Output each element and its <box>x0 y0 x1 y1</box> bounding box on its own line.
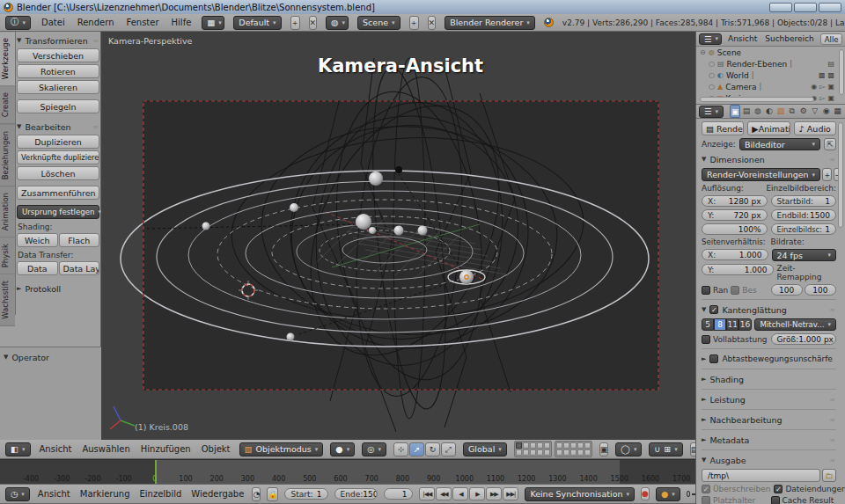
outliner-item-camera[interactable]: ○ ▲ Camera| ◉ ▻ ▣ <box>696 81 845 92</box>
play-icon[interactable]: ▶ <box>469 487 485 500</box>
cache-checkbox[interactable] <box>771 496 780 504</box>
editor-type-button[interactable]: ⓘ▾ <box>5 16 31 30</box>
tab-create[interactable]: Create <box>0 86 15 124</box>
aspect-y-field[interactable]: Y:1.000 <box>702 264 774 275</box>
output-path-field[interactable]: /tmp\ <box>702 469 820 482</box>
manipulator-toggle-icon[interactable]: ⊹ <box>393 442 408 457</box>
menu-fenster[interactable]: Fenster <box>124 18 160 27</box>
timeline-canvas[interactable]: -400-300-200-100010020030040050060070080… <box>0 459 695 484</box>
data-button[interactable]: Data <box>17 261 58 275</box>
renderability-camera-icon[interactable]: ▣ <box>827 94 834 102</box>
spiegeln-button[interactable]: Spiegeln <box>17 99 99 113</box>
add-scene-button[interactable]: ＋ <box>409 16 419 30</box>
metadata-section-header[interactable]: ►Metadata≡ <box>702 434 836 446</box>
panel-protokoll-header[interactable]: ►Protokoll <box>17 282 99 295</box>
render-preset-select[interactable]: Render-Voreinstellungen▾ <box>702 168 820 181</box>
add-layout-button[interactable]: ＋ <box>290 16 300 30</box>
expander-icon[interactable]: ⊖ <box>700 48 706 56</box>
add-preset-button[interactable]: ＋ <box>822 168 832 181</box>
properties-editor-type-button[interactable]: ☰▾ <box>699 106 724 118</box>
preview-range-icon[interactable]: ◔ <box>252 487 261 501</box>
scene-tab-icon[interactable]: ◍ <box>753 105 763 118</box>
jump-end-icon[interactable]: ▶▶| <box>503 487 518 500</box>
selectability-arrow-icon[interactable]: ▻ <box>819 94 825 102</box>
translate-manipulator-icon[interactable]: ↗ <box>409 442 424 457</box>
outliner-menu-suchbereich[interactable]: Suchbereich <box>763 34 816 43</box>
duplizieren-button[interactable]: Duplizieren <box>17 135 99 149</box>
aa-16-button[interactable]: 16 <box>738 318 751 331</box>
motionblur-checkbox[interactable] <box>709 354 718 363</box>
resolution-percentage-slider[interactable]: 100% <box>702 223 768 235</box>
outliner-filter-select[interactable]: Alle Szenen <box>820 33 842 45</box>
tl-menu-markierung[interactable]: Markierung <box>78 489 132 499</box>
prev-keyframe-icon[interactable]: ◀◀ <box>436 487 452 500</box>
maximize-button[interactable] <box>794 3 817 12</box>
skalieren-button[interactable]: Skalieren <box>17 80 99 94</box>
verknuepfte-duplizieren-button[interactable]: Verknüpfte duplizieren <box>17 150 99 164</box>
tl-menu-wiedergabe[interactable]: Wiedergabe <box>189 489 246 499</box>
tl-menu-ansicht[interactable]: Ansicht <box>36 489 72 499</box>
minimize-button[interactable] <box>769 3 792 12</box>
aa-5-button[interactable]: 5 <box>702 318 714 331</box>
viewport-editor-type-button[interactable]: ◧▾ <box>5 442 31 457</box>
screen-layout-icon[interactable]: ▦▾ <box>202 16 224 30</box>
fullsample-checkbox[interactable] <box>702 335 710 344</box>
aa-11-button[interactable]: 11 <box>726 318 738 331</box>
shading-section-header[interactable]: ►Shading <box>702 373 836 385</box>
outliner-menu-ansicht[interactable]: Ansicht <box>726 34 759 43</box>
aa-8-button[interactable]: 8 <box>714 318 726 331</box>
world-tab-icon[interactable]: ◐ <box>764 105 774 118</box>
extensions-checkbox[interactable]: ✓ <box>774 485 783 493</box>
loeschen-button[interactable]: Löschen <box>17 166 99 180</box>
scene-icon[interactable]: ◍▾ <box>326 16 349 30</box>
pivot-select[interactable]: ◎▾ <box>362 442 386 457</box>
modifiers-tab-icon[interactable]: ⚙ <box>798 105 808 118</box>
aa-filter-select[interactable]: Mitchell-Netrav...▾ <box>754 318 836 331</box>
object-tab-icon[interactable]: ▧ <box>775 105 785 118</box>
current-frame-field[interactable]: 1 <box>384 488 414 500</box>
panel-transformieren-header[interactable]: ▼Transformieren≡ <box>17 34 99 47</box>
shading-select[interactable]: ●▾ <box>330 442 355 457</box>
rotate-manipulator-icon[interactable]: ↻ <box>425 442 440 457</box>
context-animation-button[interactable]: ▶Animation <box>747 121 790 135</box>
nachbearbeitung-section-header[interactable]: ►Nachbearbeitung≡ <box>702 413 836 426</box>
layer-grid-1[interactable] <box>514 441 552 457</box>
end-frame-field[interactable]: Ende:1500 <box>334 488 378 500</box>
autokey-record-icon[interactable]: ● <box>641 487 650 500</box>
orientation-select[interactable]: Global▾ <box>463 442 507 457</box>
data-tab-icon[interactable]: ▽ <box>810 105 819 118</box>
new-window-icon[interactable]: ⇱ <box>824 138 836 150</box>
framerate-select[interactable]: 24 fps▾ <box>772 249 837 261</box>
expander-icon[interactable]: ○ <box>709 60 715 68</box>
viewport-canvas[interactable] <box>101 32 695 440</box>
visibility-eye-icon[interactable]: ◉ <box>811 83 817 91</box>
flach-button[interactable]: Flach <box>59 233 100 247</box>
mode-select[interactable]: ▧Objektmodus▾ <box>239 442 324 457</box>
keyingset-select[interactable]: ●▾ <box>656 487 680 501</box>
folder-icon[interactable]: 🗀 <box>822 469 836 482</box>
delete-layout-button[interactable]: ✕ <box>309 16 318 30</box>
snap-select[interactable]: ∪⊞▾ <box>649 442 682 457</box>
outliner-item-renderlayers[interactable]: ○ ▤ Render-Ebenen| ▤ <box>696 58 845 69</box>
tab-werkzeuge[interactable]: Werkzeuge <box>0 32 15 86</box>
outliner-hscrollbar[interactable] <box>700 97 814 102</box>
viewport-3d[interactable]: Kamera-Perspektive Kamera-Ansicht (1) Kr… <box>101 32 695 440</box>
properties-vscrollbar[interactable] <box>838 122 843 228</box>
scene-select[interactable]: Scene▾ <box>357 16 400 30</box>
aa-size-field[interactable]: Größ:1.000 px <box>771 333 836 345</box>
lock-to-scene-icon[interactable]: ▣ <box>599 442 609 457</box>
outliner-item-scene[interactable]: ⊖ ◍ Scene <box>696 47 845 58</box>
proportional-edit-select[interactable]: ◯▾ <box>615 442 642 457</box>
play-reverse-icon[interactable]: ◀ <box>452 487 468 500</box>
start-frame-field[interactable]: Start:1 <box>284 488 327 500</box>
vp-menu-objekt[interactable]: Objekt <box>200 444 232 454</box>
menu-hilfe[interactable]: Hilfe <box>170 18 194 27</box>
constraints-tab-icon[interactable]: ⧉ <box>787 105 797 118</box>
sync-select[interactable]: Keine Synchronisation▾ <box>525 487 635 501</box>
remap-old-field[interactable]: 100 <box>771 284 803 296</box>
start-frame-prop-field[interactable]: Startbild:1 <box>771 195 837 207</box>
menu-datei[interactable]: Datei <box>40 18 67 27</box>
panel-bearbeiten-header[interactable]: ▼Bearbeiten≡ <box>17 121 99 133</box>
scale-manipulator-icon[interactable]: ⤢ <box>441 442 456 457</box>
kantenglaettung-header[interactable]: ▼✓Kantenglättung≡ <box>702 303 836 316</box>
